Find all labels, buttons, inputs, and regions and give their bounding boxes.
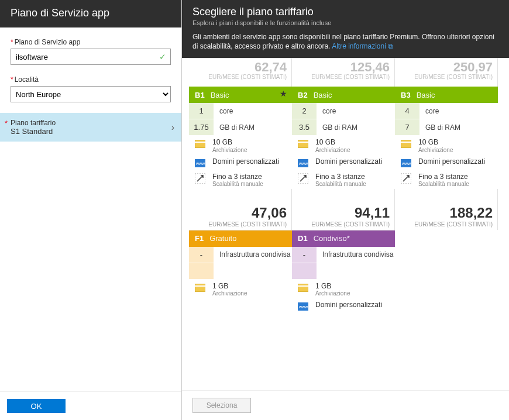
- select-button[interactable]: Seleziona: [192, 398, 251, 413]
- location-label: *Località: [11, 75, 171, 84]
- scale-icon: [194, 173, 207, 184]
- tier-col-f1[interactable]: F1Gratuito -Infrastruttura condivisa 1 G…: [189, 230, 292, 314]
- pricing-grid: 62,74 EUR/MESE (COSTI STIMATI) B1Basic ★…: [182, 58, 509, 390]
- name-input[interactable]: [11, 49, 171, 65]
- required-star: *: [11, 38, 13, 46]
- tier-col-b1[interactable]: 62,74 EUR/MESE (COSTI STIMATI) B1Basic ★…: [189, 58, 292, 229]
- chevron-right-icon: ›: [171, 122, 174, 133]
- ram-label: GB di RAM: [214, 123, 254, 132]
- required-star: *: [11, 75, 13, 84]
- ok-button[interactable]: OK: [7, 399, 66, 413]
- svg-text:www: www: [298, 305, 308, 309]
- tier-header: B1Basic ★: [189, 87, 292, 103]
- domains-icon: www: [194, 158, 207, 168]
- svg-rect-10: [401, 140, 411, 148]
- right-title: Scegliere il piano tariffario: [192, 6, 498, 18]
- tier-price: 47,06: [252, 205, 287, 221]
- svg-rect-15: [195, 284, 205, 292]
- right-footer: Seleziona: [182, 390, 509, 420]
- svg-text:www: www: [195, 161, 205, 166]
- storage-icon: [194, 139, 207, 149]
- left-footer: OK: [0, 391, 181, 420]
- tier-col-d1[interactable]: D1Condiviso* -Infrastruttura condivisa 1…: [292, 230, 395, 314]
- svg-text:www: www: [401, 161, 411, 166]
- right-subtitle: Esplora i piani disponibili e le funzion…: [192, 19, 498, 26]
- top-price: 62,74: [189, 61, 287, 74]
- svg-rect-11: [401, 142, 411, 143]
- svg-rect-18: [298, 285, 308, 287]
- pricing-tier-row[interactable]: * Piano tariffario S1 Standard ›: [0, 113, 181, 142]
- svg-text:www: www: [298, 161, 308, 166]
- svg-rect-17: [298, 284, 308, 292]
- price-sub: EUR/MESE (COSTI STIMATI): [189, 74, 287, 80]
- svg-rect-1: [195, 142, 205, 143]
- cores-value: 1: [189, 103, 214, 119]
- ram-value: 1.75: [189, 119, 214, 135]
- left-pane: Piano di Servizio app *Piano di Servizio…: [0, 0, 182, 420]
- location-select[interactable]: North Europe: [11, 86, 171, 102]
- left-body: *Piano di Servizio app ✓ *Località North…: [0, 27, 181, 391]
- pricing-tier-label: Piano tariffario: [11, 119, 171, 127]
- pricing-tier-value: S1 Standard: [11, 127, 171, 136]
- cores-label: core: [214, 107, 233, 115]
- required-star: *: [5, 119, 8, 128]
- name-label: *Piano di Servizio app: [11, 38, 171, 46]
- left-title: Piano di Servizio app: [0, 0, 181, 27]
- star-icon: ★: [280, 89, 287, 98]
- tier-col-b2[interactable]: 125,46 EUR/MESE (COSTI STIMATI) B2Basic …: [292, 58, 395, 229]
- svg-rect-5: [298, 140, 308, 148]
- right-header: Scegliere il piano tariffario Esplora i …: [182, 0, 509, 58]
- svg-rect-0: [195, 140, 205, 148]
- check-icon: ✓: [159, 52, 166, 61]
- tier-col-b3[interactable]: 250,97 EUR/MESE (COSTI STIMATI) B3Basic …: [395, 58, 498, 229]
- more-info-link[interactable]: Altre informazioni ⧉: [332, 42, 393, 50]
- svg-rect-16: [195, 285, 205, 287]
- right-pane: Scegliere il piano tariffario Esplora i …: [182, 0, 509, 420]
- right-description: Gli ambienti del servizio app sono dispo…: [192, 32, 498, 51]
- svg-rect-6: [298, 142, 308, 143]
- external-link-icon: ⧉: [388, 42, 393, 50]
